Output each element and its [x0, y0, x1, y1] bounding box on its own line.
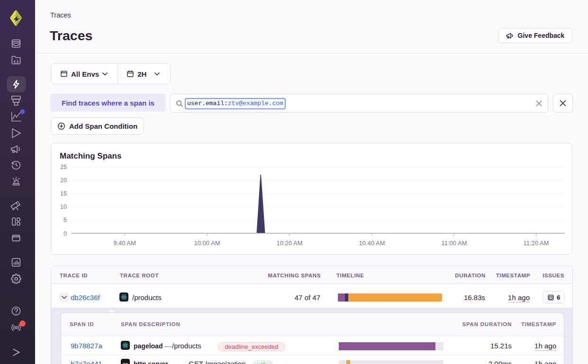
svg-text:10:20 AM: 10:20 AM [277, 240, 303, 247]
svg-text:10: 10 [60, 204, 67, 210]
svg-text:15: 15 [60, 190, 67, 197]
svg-text:11:00 AM: 11:00 AM [442, 240, 467, 247]
svg-text:10:40 AM: 10:40 AM [359, 240, 385, 247]
svg-text:25: 25 [60, 164, 67, 170]
svg-text:11:20 AM: 11:20 AM [524, 240, 549, 247]
svg-text:20: 20 [60, 177, 67, 184]
svg-text:10:00 AM: 10:00 AM [194, 240, 220, 247]
svg-text:0: 0 [63, 231, 67, 237]
svg-text:9:40 AM: 9:40 AM [113, 240, 136, 247]
svg-text:5: 5 [63, 217, 67, 223]
svg-text:ox: ox [123, 361, 128, 364]
